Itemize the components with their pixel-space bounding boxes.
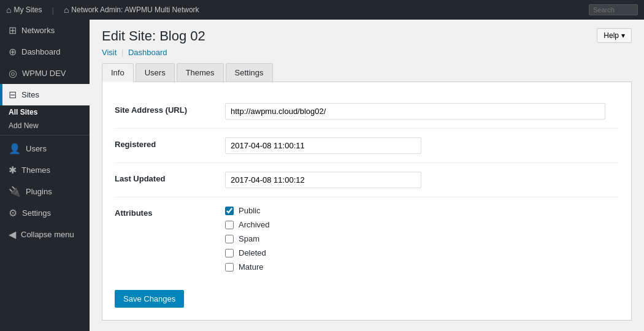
last-updated-row: Last Updated — [115, 163, 619, 197]
spam-label: Spam — [239, 234, 259, 243]
sites-icon: ⊟ — [9, 89, 17, 101]
deleted-checkbox[interactable] — [225, 249, 234, 257]
my-sites-link[interactable]: ⌂ My Sites — [6, 5, 42, 15]
page-title: Edit Site: Blog 02 — [102, 28, 632, 44]
sidebar: ⊞ Networks ⊕ Dashboard ◎ WPMU DEV ⊟ Site… — [0, 20, 90, 331]
my-sites-label: My Sites — [13, 6, 42, 14]
archived-label: Archived — [239, 220, 270, 229]
attribute-mature[interactable]: Mature — [225, 262, 619, 272]
sidebar-item-themes[interactable]: ✱ Themes — [0, 159, 90, 181]
sidebar-collapse-menu[interactable]: ◀ Collapse menu — [0, 224, 90, 245]
sidebar-sites-label: Sites — [21, 90, 39, 99]
network-admin-link[interactable]: ⌂ Network Admin: AWPMU Multi Network — [64, 5, 199, 15]
site-address-input[interactable] — [225, 103, 605, 120]
public-label: Public — [239, 206, 260, 215]
sidebar-plugins-label: Plugins — [26, 187, 52, 196]
sidebar-wpmudev-label: WPMU DEV — [22, 69, 66, 78]
tabs-bar: Info Users Themes Settings — [102, 63, 632, 82]
sidebar-item-settings[interactable]: ⚙ Settings — [0, 202, 90, 224]
sidebar-dashboard-label: Dashboard — [21, 47, 61, 56]
sidebar-networks-label: Networks — [21, 26, 55, 35]
attributes-label: Attributes — [115, 206, 225, 218]
collapse-icon: ◀ — [9, 229, 16, 240]
public-checkbox[interactable] — [225, 207, 234, 215]
help-button[interactable]: Help ▾ — [597, 28, 632, 43]
last-updated-label: Last Updated — [115, 172, 225, 183]
spam-checkbox[interactable] — [225, 235, 234, 243]
users-icon: 👤 — [9, 143, 21, 154]
attribute-spam[interactable]: Spam — [225, 234, 619, 243]
registered-control — [225, 137, 619, 154]
sidebar-themes-label: Themes — [21, 166, 50, 175]
sidebar-item-wpmudev[interactable]: ◎ WPMU DEV — [0, 63, 90, 84]
last-updated-control — [225, 172, 619, 188]
sidebar-collapse-label: Collapse menu — [21, 230, 74, 239]
link-separator: | — [121, 48, 123, 57]
network-admin-label: Network Admin: AWPMU Multi Network — [71, 6, 199, 14]
dashboard-link[interactable]: Dashboard — [128, 48, 167, 57]
sidebar-users-label: Users — [26, 144, 47, 153]
save-changes-button[interactable]: Save Changes — [115, 290, 184, 308]
sidebar-sub-add-new[interactable]: Add New — [0, 119, 90, 132]
bar-separator: | — [52, 6, 53, 15]
dashboard-icon: ⊕ — [9, 46, 17, 58]
attributes-row: Attributes Public Archived S — [115, 197, 619, 280]
plugins-icon: 🔌 — [9, 186, 21, 197]
admin-bar: ⌂ My Sites | ⌂ Network Admin: AWPMU Mult… — [0, 0, 644, 20]
attribute-archived[interactable]: Archived — [225, 220, 619, 229]
attributes-control: Public Archived Spam Deleted — [225, 206, 619, 272]
network-icon: ⌂ — [64, 5, 69, 15]
registered-row: Registered — [115, 129, 619, 163]
themes-icon: ✱ — [9, 164, 17, 176]
tab-users[interactable]: Users — [136, 63, 175, 82]
registered-label: Registered — [115, 137, 225, 149]
site-address-row: Site Address (URL) — [115, 94, 619, 129]
admin-search-input[interactable] — [589, 4, 638, 15]
page-links: Visit | Dashboard — [102, 48, 632, 57]
wpmudev-icon: ◎ — [9, 67, 17, 79]
main-content: Help ▾ Edit Site: Blog 02 Visit | Dashbo… — [90, 20, 644, 331]
sidebar-item-users[interactable]: 👤 Users — [0, 138, 90, 159]
mature-checkbox[interactable] — [225, 263, 234, 272]
site-address-label: Site Address (URL) — [115, 103, 225, 115]
sidebar-sub-all-sites[interactable]: All Sites — [0, 105, 90, 119]
mature-label: Mature — [239, 262, 263, 272]
content-header: Help ▾ Edit Site: Blog 02 Visit | Dashbo… — [90, 20, 644, 82]
settings-icon: ⚙ — [9, 207, 17, 219]
home-icon: ⌂ — [6, 5, 11, 15]
site-address-control — [225, 103, 619, 120]
registered-input[interactable] — [225, 137, 421, 154]
last-updated-input[interactable] — [225, 172, 421, 188]
deleted-label: Deleted — [239, 248, 266, 257]
content-panel: Site Address (URL) Registered Last Updat… — [102, 82, 632, 321]
sidebar-item-sites[interactable]: ⊟ Sites — [0, 84, 90, 105]
tab-settings[interactable]: Settings — [226, 63, 273, 82]
main-layout: ⊞ Networks ⊕ Dashboard ◎ WPMU DEV ⊟ Site… — [0, 20, 644, 331]
attribute-public[interactable]: Public — [225, 206, 619, 215]
attributes-list: Public Archived Spam Deleted — [225, 206, 619, 272]
tab-info[interactable]: Info — [102, 63, 134, 82]
sidebar-item-networks[interactable]: ⊞ Networks — [0, 20, 90, 41]
sidebar-item-dashboard[interactable]: ⊕ Dashboard — [0, 41, 90, 63]
sidebar-divider — [0, 135, 90, 135]
chevron-down-icon: ▾ — [621, 31, 625, 40]
sidebar-settings-label: Settings — [22, 208, 51, 218]
visit-link[interactable]: Visit — [102, 48, 117, 57]
archived-checkbox[interactable] — [225, 221, 234, 229]
networks-icon: ⊞ — [9, 25, 17, 36]
help-label: Help — [604, 31, 619, 40]
attribute-deleted[interactable]: Deleted — [225, 248, 619, 257]
tab-themes[interactable]: Themes — [177, 63, 224, 82]
sidebar-item-plugins[interactable]: 🔌 Plugins — [0, 181, 90, 202]
